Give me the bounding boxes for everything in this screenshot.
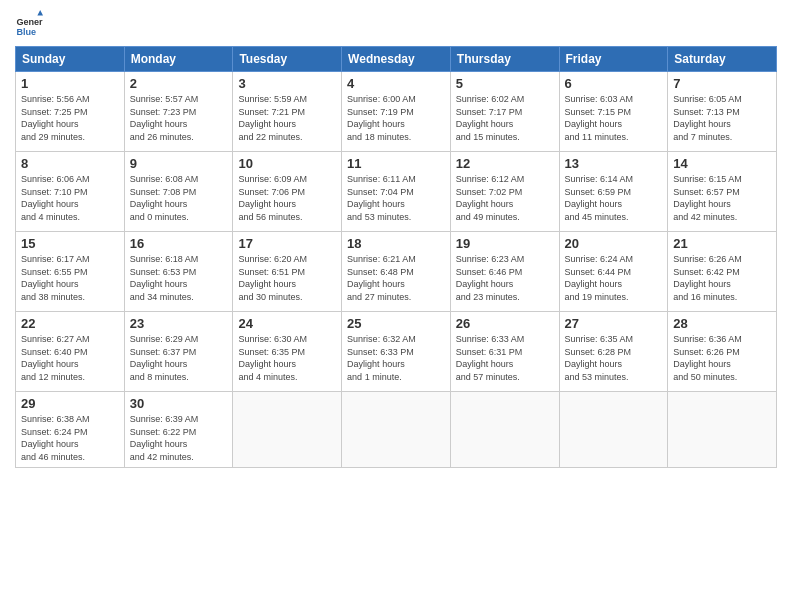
day-number: 7 xyxy=(673,76,771,91)
cell-info: Sunrise: 6:29 AMSunset: 6:37 PMDaylight … xyxy=(130,334,199,382)
cell-info: Sunrise: 6:17 AMSunset: 6:55 PMDaylight … xyxy=(21,254,90,302)
day-number: 12 xyxy=(456,156,554,171)
calendar-cell xyxy=(450,392,559,468)
cell-info: Sunrise: 6:02 AMSunset: 7:17 PMDaylight … xyxy=(456,94,525,142)
calendar-week-4: 22 Sunrise: 6:27 AMSunset: 6:40 PMDaylig… xyxy=(16,312,777,392)
calendar-cell: 14 Sunrise: 6:15 AMSunset: 6:57 PMDaylig… xyxy=(668,152,777,232)
day-number: 28 xyxy=(673,316,771,331)
calendar-cell: 13 Sunrise: 6:14 AMSunset: 6:59 PMDaylig… xyxy=(559,152,668,232)
day-number: 5 xyxy=(456,76,554,91)
calendar-cell: 18 Sunrise: 6:21 AMSunset: 6:48 PMDaylig… xyxy=(342,232,451,312)
cell-info: Sunrise: 5:59 AMSunset: 7:21 PMDaylight … xyxy=(238,94,307,142)
day-number: 9 xyxy=(130,156,228,171)
cell-info: Sunrise: 6:06 AMSunset: 7:10 PMDaylight … xyxy=(21,174,90,222)
cell-info: Sunrise: 6:20 AMSunset: 6:51 PMDaylight … xyxy=(238,254,307,302)
calendar-table: SundayMondayTuesdayWednesdayThursdayFrid… xyxy=(15,46,777,468)
cell-info: Sunrise: 6:09 AMSunset: 7:06 PMDaylight … xyxy=(238,174,307,222)
cell-info: Sunrise: 5:56 AMSunset: 7:25 PMDaylight … xyxy=(21,94,90,142)
calendar-cell: 30 Sunrise: 6:39 AMSunset: 6:22 PMDaylig… xyxy=(124,392,233,468)
weekday-header-monday: Monday xyxy=(124,47,233,72)
day-number: 18 xyxy=(347,236,445,251)
logo-icon: General Blue xyxy=(15,10,43,38)
cell-info: Sunrise: 6:05 AMSunset: 7:13 PMDaylight … xyxy=(673,94,742,142)
day-number: 30 xyxy=(130,396,228,411)
cell-info: Sunrise: 6:15 AMSunset: 6:57 PMDaylight … xyxy=(673,174,742,222)
calendar-cell: 22 Sunrise: 6:27 AMSunset: 6:40 PMDaylig… xyxy=(16,312,125,392)
weekday-header-sunday: Sunday xyxy=(16,47,125,72)
calendar-cell: 6 Sunrise: 6:03 AMSunset: 7:15 PMDayligh… xyxy=(559,72,668,152)
day-number: 21 xyxy=(673,236,771,251)
day-number: 25 xyxy=(347,316,445,331)
cell-info: Sunrise: 6:23 AMSunset: 6:46 PMDaylight … xyxy=(456,254,525,302)
day-number: 23 xyxy=(130,316,228,331)
calendar-cell: 28 Sunrise: 6:36 AMSunset: 6:26 PMDaylig… xyxy=(668,312,777,392)
day-number: 26 xyxy=(456,316,554,331)
calendar-cell: 29 Sunrise: 6:38 AMSunset: 6:24 PMDaylig… xyxy=(16,392,125,468)
cell-info: Sunrise: 6:24 AMSunset: 6:44 PMDaylight … xyxy=(565,254,634,302)
cell-info: Sunrise: 6:39 AMSunset: 6:22 PMDaylight … xyxy=(130,414,199,462)
calendar-cell: 1 Sunrise: 5:56 AMSunset: 7:25 PMDayligh… xyxy=(16,72,125,152)
calendar-cell: 12 Sunrise: 6:12 AMSunset: 7:02 PMDaylig… xyxy=(450,152,559,232)
day-number: 22 xyxy=(21,316,119,331)
calendar-cell xyxy=(668,392,777,468)
cell-info: Sunrise: 6:38 AMSunset: 6:24 PMDaylight … xyxy=(21,414,90,462)
calendar-cell: 17 Sunrise: 6:20 AMSunset: 6:51 PMDaylig… xyxy=(233,232,342,312)
weekday-header-wednesday: Wednesday xyxy=(342,47,451,72)
calendar-cell: 21 Sunrise: 6:26 AMSunset: 6:42 PMDaylig… xyxy=(668,232,777,312)
cell-info: Sunrise: 6:27 AMSunset: 6:40 PMDaylight … xyxy=(21,334,90,382)
calendar-cell: 9 Sunrise: 6:08 AMSunset: 7:08 PMDayligh… xyxy=(124,152,233,232)
calendar-cell: 7 Sunrise: 6:05 AMSunset: 7:13 PMDayligh… xyxy=(668,72,777,152)
cell-info: Sunrise: 6:11 AMSunset: 7:04 PMDaylight … xyxy=(347,174,416,222)
cell-info: Sunrise: 6:14 AMSunset: 6:59 PMDaylight … xyxy=(565,174,634,222)
day-number: 8 xyxy=(21,156,119,171)
calendar-cell: 11 Sunrise: 6:11 AMSunset: 7:04 PMDaylig… xyxy=(342,152,451,232)
calendar-cell xyxy=(342,392,451,468)
cell-info: Sunrise: 6:18 AMSunset: 6:53 PMDaylight … xyxy=(130,254,199,302)
day-number: 10 xyxy=(238,156,336,171)
day-number: 20 xyxy=(565,236,663,251)
calendar-cell: 26 Sunrise: 6:33 AMSunset: 6:31 PMDaylig… xyxy=(450,312,559,392)
weekday-header-saturday: Saturday xyxy=(668,47,777,72)
day-number: 29 xyxy=(21,396,119,411)
calendar-cell: 20 Sunrise: 6:24 AMSunset: 6:44 PMDaylig… xyxy=(559,232,668,312)
cell-info: Sunrise: 5:57 AMSunset: 7:23 PMDaylight … xyxy=(130,94,199,142)
calendar-cell: 23 Sunrise: 6:29 AMSunset: 6:37 PMDaylig… xyxy=(124,312,233,392)
calendar-cell xyxy=(233,392,342,468)
cell-info: Sunrise: 6:08 AMSunset: 7:08 PMDaylight … xyxy=(130,174,199,222)
day-number: 17 xyxy=(238,236,336,251)
logo: General Blue xyxy=(15,10,43,38)
calendar-cell: 8 Sunrise: 6:06 AMSunset: 7:10 PMDayligh… xyxy=(16,152,125,232)
cell-info: Sunrise: 6:21 AMSunset: 6:48 PMDaylight … xyxy=(347,254,416,302)
calendar-cell: 15 Sunrise: 6:17 AMSunset: 6:55 PMDaylig… xyxy=(16,232,125,312)
cell-info: Sunrise: 6:36 AMSunset: 6:26 PMDaylight … xyxy=(673,334,742,382)
weekday-header-tuesday: Tuesday xyxy=(233,47,342,72)
weekday-header-friday: Friday xyxy=(559,47,668,72)
cell-info: Sunrise: 6:32 AMSunset: 6:33 PMDaylight … xyxy=(347,334,416,382)
calendar-week-3: 15 Sunrise: 6:17 AMSunset: 6:55 PMDaylig… xyxy=(16,232,777,312)
page-header: General Blue xyxy=(15,10,777,38)
day-number: 6 xyxy=(565,76,663,91)
calendar-cell: 16 Sunrise: 6:18 AMSunset: 6:53 PMDaylig… xyxy=(124,232,233,312)
day-number: 14 xyxy=(673,156,771,171)
cell-info: Sunrise: 6:26 AMSunset: 6:42 PMDaylight … xyxy=(673,254,742,302)
day-number: 27 xyxy=(565,316,663,331)
calendar-cell: 19 Sunrise: 6:23 AMSunset: 6:46 PMDaylig… xyxy=(450,232,559,312)
day-number: 15 xyxy=(21,236,119,251)
day-number: 16 xyxy=(130,236,228,251)
day-number: 24 xyxy=(238,316,336,331)
calendar-cell: 10 Sunrise: 6:09 AMSunset: 7:06 PMDaylig… xyxy=(233,152,342,232)
calendar-cell: 24 Sunrise: 6:30 AMSunset: 6:35 PMDaylig… xyxy=(233,312,342,392)
day-number: 3 xyxy=(238,76,336,91)
calendar-cell xyxy=(559,392,668,468)
cell-info: Sunrise: 6:33 AMSunset: 6:31 PMDaylight … xyxy=(456,334,525,382)
calendar-cell: 27 Sunrise: 6:35 AMSunset: 6:28 PMDaylig… xyxy=(559,312,668,392)
cell-info: Sunrise: 6:03 AMSunset: 7:15 PMDaylight … xyxy=(565,94,634,142)
calendar-cell: 4 Sunrise: 6:00 AMSunset: 7:19 PMDayligh… xyxy=(342,72,451,152)
cell-info: Sunrise: 6:30 AMSunset: 6:35 PMDaylight … xyxy=(238,334,307,382)
svg-text:Blue: Blue xyxy=(16,27,36,37)
weekday-header-row: SundayMondayTuesdayWednesdayThursdayFrid… xyxy=(16,47,777,72)
day-number: 13 xyxy=(565,156,663,171)
calendar-cell: 3 Sunrise: 5:59 AMSunset: 7:21 PMDayligh… xyxy=(233,72,342,152)
svg-marker-2 xyxy=(37,10,43,16)
cell-info: Sunrise: 6:00 AMSunset: 7:19 PMDaylight … xyxy=(347,94,416,142)
